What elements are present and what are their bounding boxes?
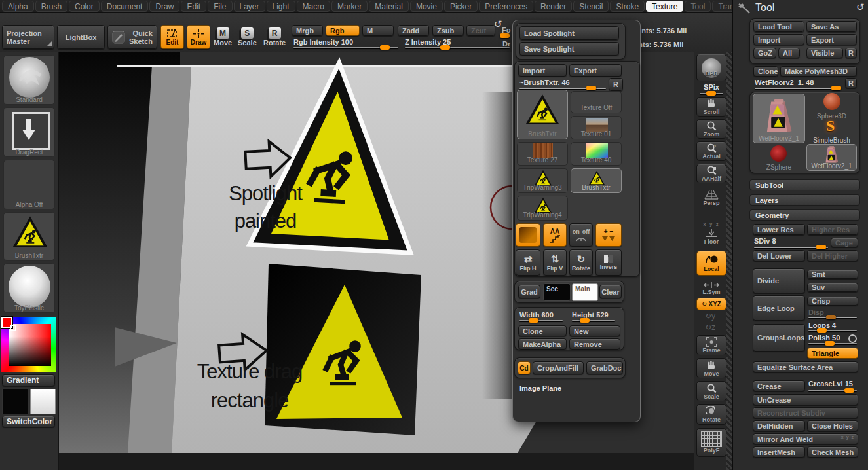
texture-import-button[interactable]: Import (518, 64, 567, 77)
menu-file[interactable]: File (208, 1, 232, 12)
quick-sketch-button[interactable]: Quick Sketch (107, 25, 157, 49)
mrgb-button[interactable]: Mrgb (292, 25, 323, 36)
polish-mode-circle-icon[interactable] (848, 334, 857, 343)
flip-v-button[interactable]: ⇅ Flip V (543, 249, 567, 276)
persp-button[interactable]: Persp (696, 187, 726, 208)
geometry-section-header[interactable]: Geometry (749, 209, 860, 221)
color-picker[interactable] (1, 317, 56, 372)
load-tool-button[interactable]: Load Tool (753, 21, 804, 32)
loops-handle[interactable] (817, 328, 827, 333)
width-track[interactable] (519, 320, 563, 321)
tool-export-button[interactable]: Export (806, 34, 857, 45)
lightbox-button[interactable]: LightBox (57, 25, 105, 49)
texture-thumb-27[interactable]: Texture 27 (517, 142, 568, 166)
insert-mesh-button[interactable]: InsertMesh (753, 446, 805, 458)
texture-name-handle[interactable] (586, 86, 596, 90)
equalize-surface-area-button[interactable]: Equalize Surface Area (753, 361, 858, 372)
edge-loop-button[interactable]: Edge Loop (753, 295, 805, 321)
texture-selector-brushtxtr[interactable]: BrushTxtr (3, 212, 55, 261)
menu-draw[interactable]: Draw (149, 1, 179, 12)
lsym-button[interactable]: L.Sym (696, 279, 726, 297)
aahalf-button[interactable]: AAHalf (696, 164, 726, 183)
goz-r-button[interactable]: R (845, 48, 857, 58)
triangle-button[interactable]: Triangle (807, 348, 858, 359)
menu-marker[interactable]: Marker (331, 1, 368, 12)
zoom-button[interactable]: Zoom (696, 119, 726, 139)
texture-thumb-tripwarning3[interactable]: TripWarning3 (517, 168, 568, 193)
zadd-button[interactable]: Zadd (398, 25, 429, 36)
clone-texture-button[interactable]: Clone (518, 325, 567, 336)
xyz-rotation-button[interactable]: ↻ XYZ (696, 298, 726, 310)
rgb-intensity-handle[interactable] (380, 45, 390, 50)
scroll-button[interactable]: Scroll (696, 97, 726, 117)
z-intensity-handle[interactable] (440, 45, 450, 50)
plusminus-toggle[interactable]: + − (595, 223, 622, 247)
height-track[interactable] (572, 320, 615, 321)
menu-layer[interactable]: Layer (234, 1, 265, 12)
del-hidden-button[interactable]: DelHidden (753, 420, 805, 431)
edit-button[interactable]: Edit (160, 25, 184, 49)
rotate-y-icon[interactable]: ↻y (705, 312, 715, 321)
goz-visible-button[interactable]: Visible (806, 48, 843, 58)
uncrease-button[interactable]: UnCrease (753, 394, 858, 405)
switchcolor-button[interactable]: SwitchColor (2, 416, 55, 427)
crease-lvl-handle[interactable] (844, 388, 854, 393)
palette-reset-icon[interactable]: ↺ (494, 18, 502, 30)
width-handle[interactable] (529, 318, 538, 323)
save-spotlight-button[interactable]: Save Spotlight (519, 42, 619, 56)
texture-thumb-40[interactable]: Texture 40 (571, 142, 622, 166)
texture-thumb-brushtxtr-small[interactable]: BrushTxtr (571, 168, 622, 193)
texture-restore-button[interactable]: R (609, 78, 623, 91)
texture-preview-toggle[interactable] (516, 223, 540, 247)
menu-movie[interactable]: Movie (410, 1, 443, 12)
grab-doc-button[interactable]: GrabDoc (586, 361, 623, 374)
onoff-toggle[interactable]: onoff (569, 223, 593, 247)
rgb-button[interactable]: Rgb (326, 25, 360, 36)
del-lower-button[interactable]: Del Lower (753, 250, 805, 261)
load-spotlight-button[interactable]: Load Spotlight (519, 26, 619, 40)
actual-button[interactable]: x1 Actual (696, 141, 726, 161)
tool-name-handle[interactable] (831, 86, 841, 90)
height-handle[interactable] (580, 318, 590, 323)
menu-render[interactable]: Render (535, 1, 572, 12)
projection-master-button[interactable]: Projection Master (2, 25, 54, 49)
menu-stencil[interactable]: Stencil (573, 1, 609, 12)
move-3d-button[interactable]: Move (696, 358, 726, 378)
brush-selector-standard[interactable]: Standard (3, 55, 55, 105)
texture-thumb-brushtxtr-large[interactable]: BrushTxtr (517, 90, 568, 139)
z-intensity-track[interactable] (405, 47, 510, 48)
check-mesh-button[interactable]: Check Mesh (807, 446, 858, 458)
texture-export-button[interactable]: Export (569, 64, 622, 77)
rotate-3d-button[interactable]: Rotate (696, 404, 726, 425)
local-button[interactable]: Local (696, 251, 726, 276)
material-selector-toyplastic[interactable]: ToyPlastic (3, 263, 55, 313)
tool-reset-icon[interactable]: ↺ (856, 1, 865, 13)
tool-thumb-wetfloor-small[interactable]: WetFloorv2_1 (806, 144, 857, 171)
main-color-swatch[interactable] (2, 389, 29, 414)
menu-color[interactable]: Color (69, 1, 100, 12)
sdiv-handle[interactable] (816, 245, 826, 249)
texture-thumb-tripwarning4[interactable]: TripWarning4 (517, 196, 568, 221)
make-alpha-button[interactable]: MakeAlpha (518, 338, 567, 350)
polish-handle[interactable] (825, 341, 835, 346)
alpha-selector-off[interactable]: Alpha Off (3, 160, 55, 209)
crisp-button[interactable]: Crisp (807, 297, 858, 306)
texture-thumb-01[interactable]: Texture 01 (571, 116, 622, 139)
clone-tool-button[interactable]: Clone (753, 66, 778, 77)
floor-button[interactable]: Floor (696, 226, 726, 246)
groups-loops-button[interactable]: GroupsLoops (753, 324, 805, 352)
new-texture-button[interactable]: New (569, 325, 620, 336)
main-color-swatch-texture[interactable]: Main (572, 283, 598, 301)
loops-track[interactable] (808, 330, 857, 331)
polyf-button[interactable]: PolyF (696, 428, 726, 457)
antialias-toggle[interactable]: AA (543, 223, 567, 247)
bpr-button[interactable]: BPR (696, 54, 726, 81)
zcut-button[interactable]: Zcut (466, 25, 495, 36)
menu-macro[interactable]: Macro (297, 1, 330, 12)
frame-button[interactable]: Frame (696, 335, 726, 355)
invers-button[interactable]: Invers (595, 249, 622, 276)
tool-import-button[interactable]: Import (753, 34, 804, 45)
suv-button[interactable]: Suv (807, 283, 858, 292)
sec-color-swatch[interactable]: Sec (543, 283, 571, 301)
smt-button[interactable]: Smt (807, 270, 858, 279)
